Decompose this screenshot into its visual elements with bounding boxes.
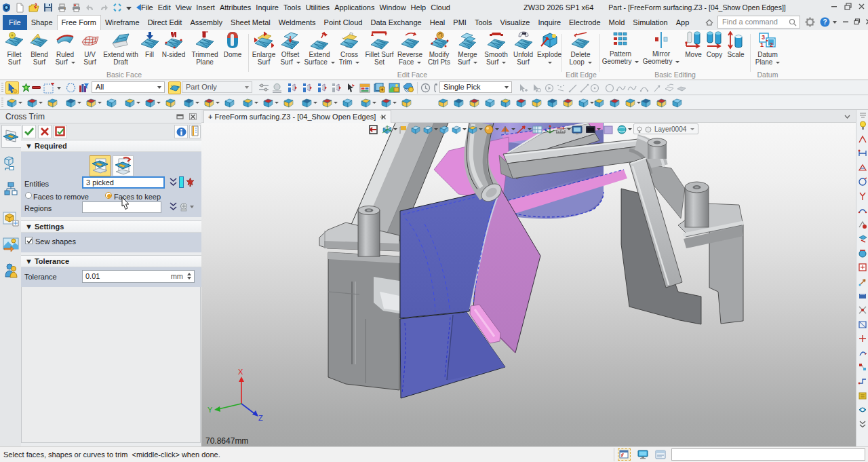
svg-text:Y: Y <box>208 406 213 414</box>
svg-text:2: 2 <box>770 41 773 48</box>
svg-text:3: 3 <box>762 34 765 41</box>
svg-text:1: 1 <box>760 41 764 48</box>
svg-text:?: ? <box>823 18 827 26</box>
svg-text:X: X <box>238 368 243 376</box>
svg-text:Z: Z <box>258 414 263 422</box>
svg-text:70.8647mm: 70.8647mm <box>205 436 248 446</box>
